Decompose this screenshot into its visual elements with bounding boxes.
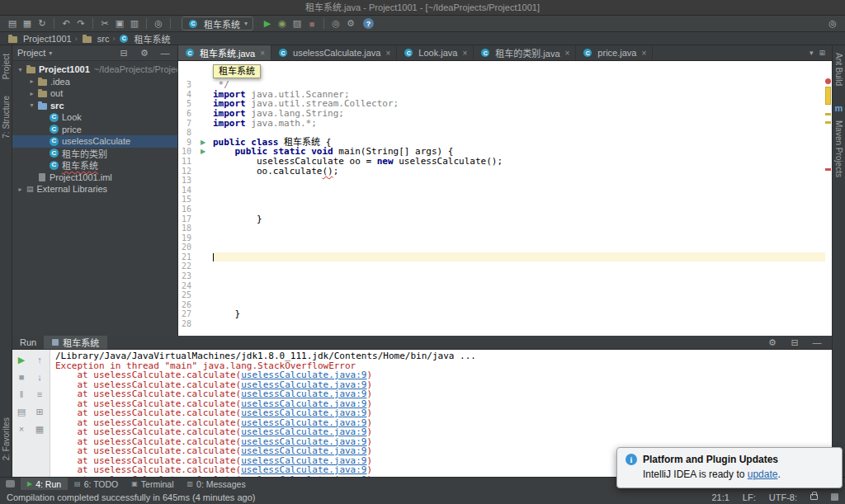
error-stripe-marker[interactable] — [825, 168, 831, 171]
tree-item[interactable]: CuselessCalculate — [12, 135, 177, 148]
stop-button[interactable]: ■ — [15, 370, 29, 384]
editor-tab[interactable]: Cprice.java× — [576, 45, 653, 60]
paste-icon[interactable]: ▥ — [127, 16, 142, 31]
tree-item[interactable]: ▸.idea — [12, 76, 177, 88]
notification-popup[interactable]: i Platform and Plugin Updates IntelliJ I… — [616, 447, 843, 488]
editor-tab[interactable]: C租车的类别.java× — [474, 45, 576, 60]
rerun-button[interactable]: ▶ — [15, 353, 29, 366]
tool-window-button[interactable]: ▣Terminal — [125, 478, 180, 490]
tool-window-button[interactable]: ▶4: Run — [21, 478, 68, 490]
tree-item[interactable]: ▾src — [12, 100, 177, 112]
redo-icon[interactable]: ↷ — [73, 16, 88, 31]
coverage-button[interactable]: ▨ — [290, 16, 304, 31]
cut-icon[interactable]: ✂ — [97, 16, 112, 31]
gc-icon[interactable]: ▦ — [33, 422, 47, 436]
hide-icon[interactable]: — — [810, 336, 824, 350]
tree-item[interactable]: ▸▤External Libraries — [12, 183, 177, 195]
tree-chevron-icon[interactable]: ▸ — [16, 186, 25, 193]
tool-window-switcher-icon[interactable] — [6, 480, 15, 488]
undo-icon[interactable]: ↶ — [59, 16, 73, 31]
tree-item[interactable]: ▸out — [12, 87, 177, 100]
tree-item[interactable]: CLook — [12, 111, 177, 124]
notifications-icon[interactable] — [831, 493, 838, 501]
close-tab-icon[interactable]: × — [385, 49, 390, 58]
show-tab-list-icon[interactable]: ▾ — [810, 49, 814, 57]
run-button[interactable]: ▶ — [260, 16, 275, 31]
copy-icon[interactable]: ▣ — [112, 16, 127, 31]
tool-window-button[interactable]: ▥0: Messages — [181, 478, 253, 490]
editor-line[interactable]: 13 — [178, 176, 825, 186]
debug-button[interactable]: ◉ — [275, 16, 290, 31]
editor-line[interactable]: 19 — [178, 233, 825, 243]
chevron-down-icon[interactable]: ▾ — [49, 49, 52, 57]
breadcrumb-item[interactable]: C租车系统 — [118, 32, 170, 45]
editor-line[interactable]: 21 — [178, 252, 825, 262]
clear-all-icon[interactable]: × — [15, 422, 29, 436]
line-separator-widget[interactable]: LF: — [743, 492, 756, 502]
pause-button[interactable]: ‖ — [15, 388, 29, 401]
tree-item[interactable]: ▾Project1001~/IdeaProjects/Projec — [12, 64, 177, 76]
editor-line[interactable]: 12 oo.calculate(); — [178, 167, 825, 177]
split-editor-icon[interactable]: ⊞ — [819, 49, 825, 57]
hide-icon[interactable]: — — [158, 46, 172, 60]
find-icon[interactable]: ◎ — [151, 16, 166, 31]
tree-chevron-icon[interactable]: ▸ — [27, 90, 36, 97]
settings-icon[interactable]: ⚙ — [765, 336, 780, 350]
lock-icon[interactable] — [810, 494, 818, 500]
tool-stripe-button[interactable]: Project — [2, 54, 11, 79]
editor-line[interactable]: 14 — [178, 186, 825, 195]
close-tab-icon[interactable]: × — [641, 49, 646, 58]
stop-button[interactable]: ■ — [304, 16, 319, 31]
tool-stripe-button[interactable]: 2: Favorites — [2, 417, 11, 460]
help-button[interactable]: ? — [363, 18, 374, 29]
close-tab-icon[interactable]: × — [462, 49, 467, 58]
editor-line[interactable]: 27 } — [178, 309, 825, 319]
editor-line[interactable]: 16 — [178, 205, 825, 214]
warning-stripe-marker[interactable] — [825, 87, 831, 105]
tool-stripe-button[interactable]: Ant Build — [834, 53, 843, 86]
error-indicator-icon[interactable] — [825, 78, 831, 84]
sync-icon[interactable]: ↻ — [35, 16, 50, 31]
tool-stripe-button[interactable]: Maven Projects — [834, 120, 843, 177]
open-icon[interactable]: ▤ — [5, 16, 20, 31]
tree-item[interactable]: Cprice — [12, 124, 177, 136]
editor-line[interactable]: 22 — [178, 261, 825, 271]
collapse-all-icon[interactable]: ⊟ — [116, 46, 131, 60]
tree-chevron-icon[interactable]: ▾ — [27, 101, 36, 109]
pin-icon[interactable]: ⊟ — [787, 336, 802, 350]
warning-stripe-marker[interactable] — [825, 113, 831, 115]
tool-stripe-button[interactable]: 7: Structure — [2, 96, 11, 139]
code-editor[interactable]: 3 */4import java.util.Scanner;5import ja… — [178, 61, 832, 336]
editor-line[interactable]: 28 — [178, 319, 825, 329]
close-tab-icon[interactable]: × — [260, 49, 265, 58]
settings-icon[interactable]: ⚙ — [137, 46, 152, 60]
editor-line[interactable] — [178, 71, 825, 81]
tree-chevron-icon[interactable]: ▾ — [16, 66, 25, 73]
search-icon[interactable]: ◎ — [825, 16, 840, 31]
editor-line[interactable]: 25 — [178, 290, 825, 300]
step-down-button[interactable]: ↓ — [33, 370, 47, 384]
caret-position-widget[interactable]: 21:1 — [711, 492, 729, 502]
editor-line[interactable]: 18 — [178, 224, 825, 233]
soft-wrap-icon[interactable]: ≡ — [33, 388, 47, 401]
editor-line[interactable]: 24 — [178, 281, 825, 291]
tree-item[interactable]: C租车系统 — [12, 159, 177, 172]
editor-line[interactable]: 17 } — [178, 214, 825, 224]
breadcrumb-item[interactable]: Project1001 — [7, 34, 72, 44]
editor-tab[interactable]: CLook.java× — [397, 45, 474, 60]
encoding-widget[interactable]: UTF-8: — [769, 492, 797, 502]
editor-line[interactable] — [178, 61, 825, 71]
run-configuration-select[interactable]: C 租车系统 ▾ — [182, 16, 253, 31]
breadcrumb-item[interactable]: src — [81, 34, 110, 44]
tree-chevron-icon[interactable]: ▸ — [27, 78, 36, 85]
editor-line[interactable]: 26 — [178, 300, 825, 310]
editor-tab[interactable]: C租车系统.java× — [178, 45, 271, 60]
editor-line[interactable]: 15 — [178, 195, 825, 205]
update-link[interactable]: update — [748, 469, 778, 480]
settings-icon[interactable]: ⚙ — [343, 16, 358, 31]
tree-item[interactable]: C租车的类别 — [12, 148, 177, 160]
tree-item[interactable]: Project1001.iml — [12, 172, 177, 184]
search-everywhere-icon[interactable]: ◎ — [328, 16, 343, 31]
run-line-marker-icon[interactable]: ▶ — [201, 148, 205, 155]
warning-stripe-marker[interactable] — [825, 121, 831, 124]
